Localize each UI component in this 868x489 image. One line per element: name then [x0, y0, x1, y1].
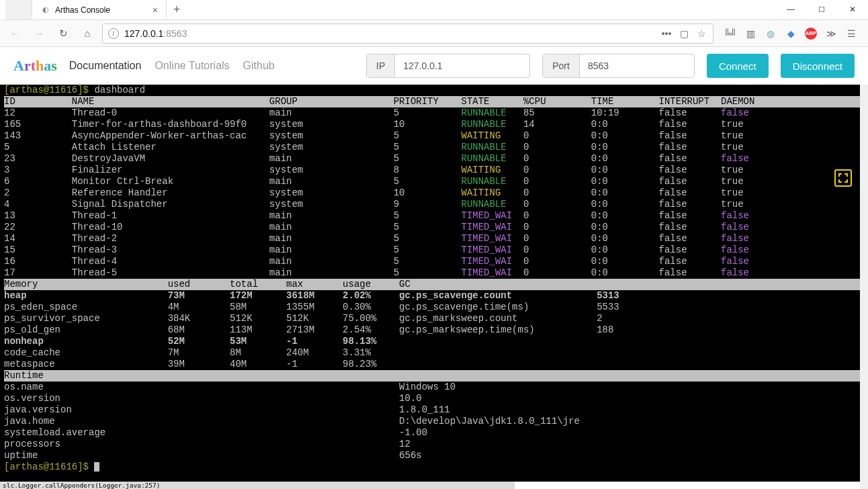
- reader-icon[interactable]: ▢: [678, 28, 690, 39]
- nav-tutorials[interactable]: Online Tutorials: [155, 60, 229, 72]
- page-header: Arthas Documentation Online Tutorials Gi…: [0, 47, 868, 85]
- url-bar[interactable]: i 127.0.0.1:8563 ••• ▢ ☆: [102, 24, 713, 44]
- minimize-button[interactable]: —: [775, 0, 806, 19]
- back-button[interactable]: ←: [5, 24, 24, 43]
- statusbar: slc.Logger.callAppenders(Logger.java:257…: [0, 482, 515, 489]
- nav-links: Documentation Online Tutorials Github: [69, 60, 275, 72]
- ip-label: IP: [367, 54, 395, 77]
- reload-button[interactable]: ↻: [54, 24, 73, 43]
- new-tab-button[interactable]: +: [167, 0, 187, 19]
- terminal[interactable]: [arthas@11616]$ dashboardID NAME GROUP P…: [0, 85, 860, 482]
- port-input-group: Port 8563: [542, 54, 695, 78]
- url-host: 127.0.0.1: [124, 28, 163, 39]
- arthas-logo: Arthas: [13, 57, 57, 75]
- site-info-icon[interactable]: i: [108, 28, 119, 39]
- maximize-button[interactable]: ☐: [806, 0, 837, 19]
- pre-tab-spacer: [5, 0, 32, 19]
- abp-icon[interactable]: ABP: [805, 28, 817, 40]
- sidebar-icon[interactable]: ▥: [744, 28, 756, 40]
- ext2-icon[interactable]: ◆: [785, 28, 797, 40]
- disconnect-button[interactable]: Disconnect: [781, 54, 855, 78]
- nav-documentation[interactable]: Documentation: [69, 60, 142, 72]
- browser-titlebar: ◐ Arthas Console × + — ☐ ✕: [0, 0, 868, 20]
- ext1-icon[interactable]: ◍: [765, 28, 777, 40]
- menu-icon[interactable]: ☰: [845, 28, 857, 40]
- tab-title: Arthas Console: [55, 5, 110, 15]
- close-button[interactable]: ✕: [837, 0, 868, 19]
- scrollbar[interactable]: [860, 85, 868, 489]
- browser-navbar: ← → ↻ ⌂ i 127.0.0.1:8563 ••• ▢ ☆ ╚╝ ▥ ◍ …: [0, 20, 868, 47]
- fullscreen-button[interactable]: [834, 169, 852, 187]
- port-label: Port: [543, 54, 580, 77]
- bookmark-icon[interactable]: ☆: [695, 28, 707, 39]
- more-icon[interactable]: •••: [660, 28, 672, 39]
- home-button[interactable]: ⌂: [78, 24, 97, 43]
- ip-input-group: IP 127.0.0.1: [366, 54, 530, 78]
- nav-github[interactable]: Github: [243, 60, 275, 72]
- window-controls: — ☐ ✕: [775, 0, 868, 19]
- port-input[interactable]: 8563: [580, 54, 694, 77]
- favicon-icon: ◐: [40, 5, 51, 15]
- library-icon[interactable]: ╚╝: [724, 28, 736, 40]
- url-port: :8563: [163, 28, 187, 39]
- connect-button[interactable]: Connect: [707, 54, 769, 78]
- ip-input[interactable]: 127.0.0.1: [395, 54, 529, 77]
- forward-button[interactable]: →: [30, 24, 48, 43]
- overflow-icon[interactable]: ≫: [825, 28, 837, 40]
- extensions: ╚╝ ▥ ◍ ◆ ABP ≫ ☰: [719, 28, 863, 40]
- tab-close-icon[interactable]: ×: [153, 5, 158, 15]
- browser-tab[interactable]: ◐ Arthas Console ×: [32, 0, 167, 19]
